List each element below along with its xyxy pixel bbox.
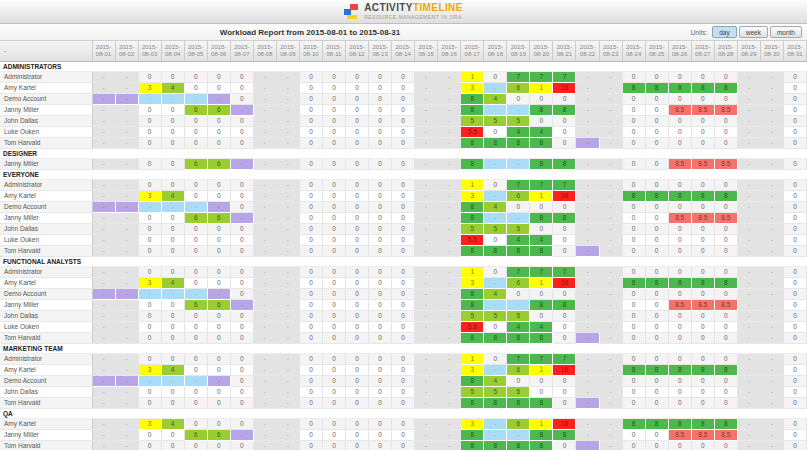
- workload-cell: -: [415, 137, 438, 148]
- workload-cell: -: [760, 201, 783, 212]
- workload-cell: 0: [346, 223, 369, 234]
- workload-cell: 8.5: [668, 429, 691, 440]
- workload-cell: -: [438, 126, 461, 137]
- workload-cell: 0: [622, 353, 645, 364]
- workload-cell: -: [92, 321, 115, 332]
- workload-cell: 0: [645, 332, 668, 343]
- workload-cell: 0: [714, 321, 737, 332]
- workload-cell: 0: [668, 310, 691, 321]
- workload-cell: 0: [668, 115, 691, 126]
- workload-cell: -: [115, 277, 138, 288]
- workload-cell: 0: [691, 93, 714, 104]
- workload-cell: -: [92, 137, 115, 148]
- member-row: Administrator--00000--00000--10777--0000…: [0, 71, 807, 82]
- group-label: ADMINISTRATORS: [0, 61, 807, 71]
- unit-button-day[interactable]: day: [712, 26, 736, 38]
- workload-cell: 0: [161, 234, 184, 245]
- workload-cell: -: [438, 179, 461, 190]
- workload-cell: 0: [299, 190, 322, 201]
- workload-cell: 0: [207, 277, 230, 288]
- workload-cell: 3: [138, 277, 161, 288]
- date-header-cell: 2015-08-21: [553, 41, 576, 61]
- workload-cell: 7: [553, 266, 576, 277]
- workload-cell: 6: [507, 190, 530, 201]
- workload-cell: 0: [645, 375, 668, 386]
- workload-cell: -: [760, 158, 783, 169]
- group-label: FUNCTIONAL ANALYSTS: [0, 256, 807, 266]
- unit-button-month[interactable]: month: [770, 26, 802, 38]
- workload-cell: -: [415, 266, 438, 277]
- workload-cell: -: [92, 190, 115, 201]
- workload-cell: 0: [783, 104, 806, 115]
- workload-cell: 0: [138, 440, 161, 450]
- workload-cell: 8: [714, 277, 737, 288]
- workload-cell: 0: [322, 364, 345, 375]
- workload-cell: -: [760, 115, 783, 126]
- workload-cell: -: [599, 266, 622, 277]
- workload-cell: -: [438, 71, 461, 82]
- workload-cell: 0: [714, 137, 737, 148]
- workload-cell: -: [599, 277, 622, 288]
- workload-cell: 0: [691, 234, 714, 245]
- member-row: Administrator--00000--00000--10777--0000…: [0, 266, 807, 277]
- workload-cell: 8: [645, 277, 668, 288]
- workload-cell: 0: [783, 397, 806, 408]
- workload-cell: 0: [507, 288, 530, 299]
- workload-cell: -: [760, 364, 783, 375]
- workload-cell: 6: [507, 364, 530, 375]
- workload-cell: -: [253, 212, 276, 223]
- date-header-cell: 2015-08-16: [438, 41, 461, 61]
- workload-cell: 8: [507, 397, 530, 408]
- logo-icon: [344, 4, 359, 20]
- workload-cell: 0: [299, 115, 322, 126]
- workload-cell: -: [599, 386, 622, 397]
- unit-button-week[interactable]: week: [739, 26, 768, 38]
- workload-cell: 0: [184, 397, 207, 408]
- workload-cell: -: [760, 310, 783, 321]
- workload-cell: 0: [668, 332, 691, 343]
- workload-cell: 0: [138, 71, 161, 82]
- workload-cell: 0: [622, 321, 645, 332]
- workload-cell: 0: [645, 266, 668, 277]
- workload-cell: 8: [530, 299, 553, 310]
- workload-cell: -: [438, 397, 461, 408]
- workload-cell: 8: [714, 364, 737, 375]
- member-name-cell: Tom Harvald: [0, 332, 92, 343]
- workload-cell: -: [438, 375, 461, 386]
- workload-cell: -: [737, 332, 760, 343]
- workload-cell: 0: [230, 288, 253, 299]
- member-name-cell: Tom Harvald: [0, 245, 92, 256]
- workload-cell: -: [115, 104, 138, 115]
- workload-cell: -: [253, 375, 276, 386]
- workload-cell: 0: [299, 353, 322, 364]
- workload-cell: 0: [322, 158, 345, 169]
- workload-cell: 0: [783, 266, 806, 277]
- workload-cell: 0: [392, 234, 415, 245]
- workload-cell: -: [438, 266, 461, 277]
- workload-cell: 8: [461, 245, 484, 256]
- workload-cell: 0: [714, 288, 737, 299]
- brand-timeline: TIMELINE: [413, 2, 463, 13]
- workload-cell: 0: [230, 440, 253, 450]
- workload-cell: 0: [484, 71, 507, 82]
- workload-cell: 0: [392, 212, 415, 223]
- workload-cell: -: [484, 104, 507, 115]
- workload-cell: -: [115, 245, 138, 256]
- group-label: DESIGNER: [0, 148, 807, 158]
- workload-cell: 0: [691, 288, 714, 299]
- workload-cell: 0: [645, 245, 668, 256]
- workload-cell: 4: [161, 82, 184, 93]
- workload-cell: 0: [322, 299, 345, 310]
- workload-cell: -: [115, 375, 138, 386]
- workload-cell: 8: [461, 397, 484, 408]
- workload-cell: 8.5: [714, 212, 737, 223]
- workload-cell: 0: [553, 440, 576, 450]
- workload-cell: -: [599, 201, 622, 212]
- workload-cell: 0: [369, 332, 392, 343]
- workload-cell: -: [599, 353, 622, 364]
- workload-cell: -: [599, 137, 622, 148]
- workload-cell: 0: [783, 429, 806, 440]
- member-row: Tom Harvald--00000--00000--88880--00000-…: [0, 397, 807, 408]
- workload-cell: 0: [392, 223, 415, 234]
- workload-cell: -: [230, 299, 253, 310]
